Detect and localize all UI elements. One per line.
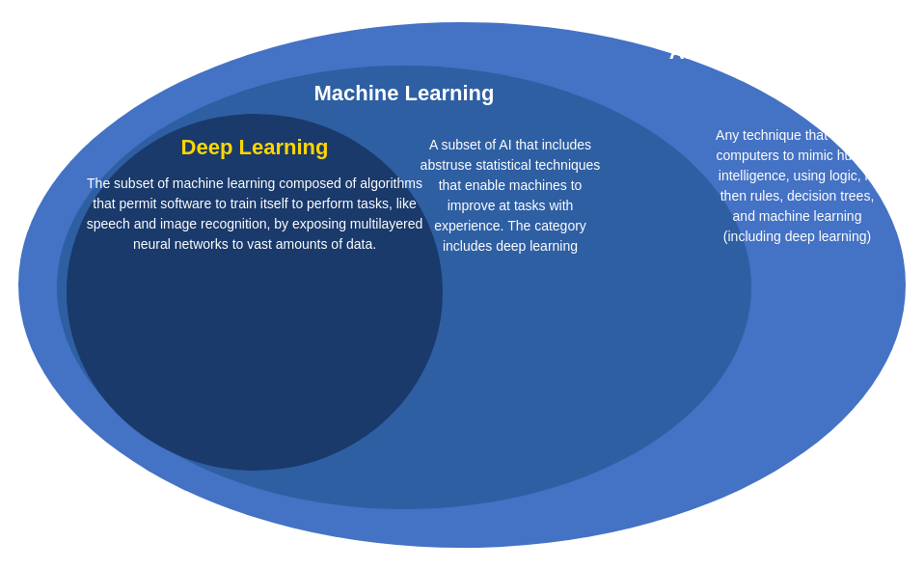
diagram-container: Artificial Intelligence Machine Learning… <box>9 10 915 559</box>
dl-description: The subset of machine learning composed … <box>86 174 423 255</box>
ai-description: Any technique that enables computers to … <box>708 125 886 247</box>
ai-title: Artificial Intelligence <box>669 40 877 65</box>
ml-title: Machine Learning <box>313 81 494 106</box>
dl-title: Deep Learning <box>181 135 329 160</box>
dl-ellipse: Deep Learning The subset of machine lear… <box>67 114 443 471</box>
ml-description: A subset of AI that includes abstruse st… <box>414 135 607 257</box>
